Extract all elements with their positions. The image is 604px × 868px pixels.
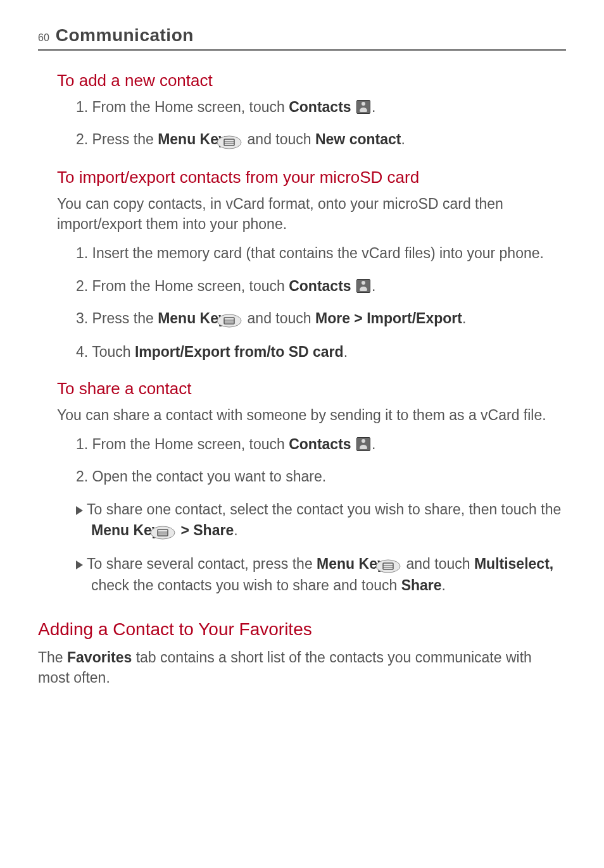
step-item: 2. Open the contact you want to share. (76, 466, 566, 487)
page: 60 Communication To add a new contact 1.… (0, 0, 604, 735)
step-item: 4. Touch Import/Export from/to SD card. (76, 342, 566, 363)
bold-text: Share (401, 577, 442, 593)
text: . (462, 310, 466, 326)
text: check the contacts you wish to share and… (91, 577, 401, 593)
text: . (401, 131, 405, 147)
heading-add-contact: To add a new contact (57, 71, 566, 90)
bold-text: Contacts (289, 436, 351, 452)
bullets-share: To share one contact, select the contact… (76, 499, 566, 597)
svg-point-8 (151, 526, 175, 539)
bold-text: Favorites (67, 649, 132, 666)
triangle-bullet-icon (76, 506, 83, 515)
steps-share-contact: 1. From the Home screen, touch Contacts … (76, 434, 566, 488)
svg-point-4 (217, 314, 241, 327)
text: To share one contact, select the contact… (87, 501, 561, 518)
svg-point-0 (217, 136, 241, 149)
menu-key-icon (232, 130, 242, 151)
bold-text: Contacts (289, 99, 351, 115)
text: 3. Press the (76, 310, 158, 326)
bullet-item: To share one contact, select the contact… (76, 499, 566, 542)
bold-text: Import/Export from/to SD card (135, 344, 344, 360)
text: and touch (248, 310, 315, 326)
step-item: 1. Insert the memory card (that contains… (76, 243, 566, 264)
text: To share several contact, press the (87, 555, 317, 572)
text: . (372, 99, 375, 115)
heading-share-contact: To share a contact (57, 379, 566, 399)
heading-favorites: Adding a Contact to Your Favorites (38, 619, 566, 640)
text: . (344, 344, 348, 360)
text: 4. Touch (76, 344, 135, 360)
text: . (234, 522, 237, 538)
section-title: Communication (56, 25, 194, 46)
step-item: 1. From the Home screen, touch Contacts … (76, 97, 566, 118)
text: 1. From the Home screen, touch (76, 436, 289, 452)
contacts-icon (356, 437, 370, 451)
text: 2. From the Home screen, touch (76, 278, 289, 294)
step-item: 2. Press the Menu Key and touch New cont… (76, 129, 566, 151)
text: . (372, 436, 375, 452)
paragraph: You can copy contacts, in vCard format, … (57, 194, 566, 234)
step-item: 1. From the Home screen, touch Contacts … (76, 434, 566, 455)
contacts-icon (356, 100, 370, 114)
heading-import-export: To import/export contacts from your micr… (57, 168, 566, 187)
text: The (38, 649, 67, 666)
page-header: 60 Communication (38, 25, 566, 51)
paragraph: The Favorites tab contains a short list … (38, 647, 566, 688)
paragraph: You can share a contact with someone by … (57, 405, 566, 425)
bullet-item: To share several contact, press the Menu… (76, 554, 566, 597)
step-item: 3. Press the Menu Key and touch More > I… (76, 308, 566, 330)
bold-text: New contact (315, 131, 401, 147)
steps-import-export: 1. Insert the memory card (that contains… (76, 243, 566, 363)
menu-key-icon (391, 554, 401, 575)
text: 2. Press the (76, 131, 158, 147)
steps-add-contact: 1. From the Home screen, touch Contacts … (76, 97, 566, 151)
bold-text: > Share (180, 522, 234, 538)
menu-key-icon (232, 309, 242, 330)
text: and touch (406, 555, 474, 572)
text: 1. From the Home screen, touch (76, 99, 289, 115)
bold-text: Multiselect, (474, 555, 553, 572)
text: . (372, 278, 375, 294)
svg-point-12 (376, 560, 400, 573)
contacts-icon (356, 279, 370, 293)
bold-text: Contacts (289, 278, 351, 294)
text: . (442, 577, 446, 593)
menu-key-icon (165, 521, 175, 542)
bold-text: More > Import/Export (315, 310, 462, 326)
step-item: 2. From the Home screen, touch Contacts … (76, 276, 566, 297)
triangle-bullet-icon (76, 561, 83, 569)
page-number: 60 (38, 32, 49, 44)
text: and touch (248, 131, 315, 147)
page-content: To add a new contact 1. From the Home sc… (38, 71, 566, 688)
